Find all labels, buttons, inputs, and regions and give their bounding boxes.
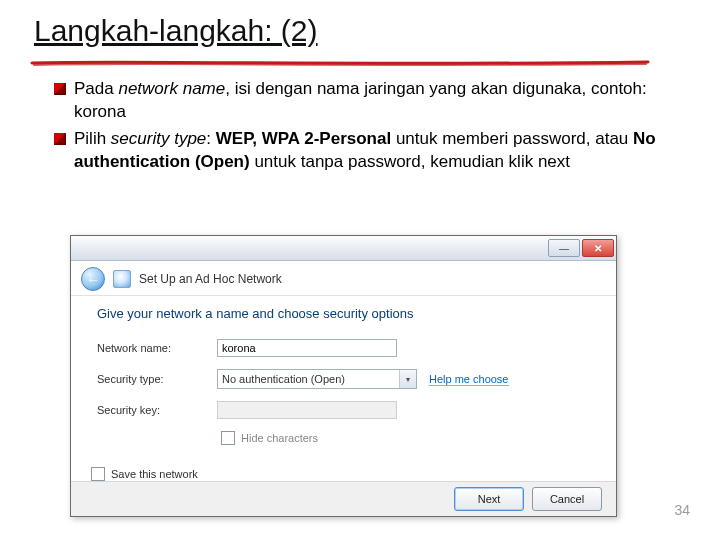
row-network-name: Network name:: [97, 339, 590, 357]
title-underline-decoration: [30, 58, 650, 68]
back-arrow-icon: ←: [87, 272, 100, 287]
hide-characters-checkbox: [221, 431, 235, 445]
label-network-name: Network name:: [97, 342, 217, 354]
dialog-heading: Give your network a name and choose secu…: [97, 306, 590, 321]
security-key-input: [217, 401, 397, 419]
page-number: 34: [674, 502, 690, 518]
chevron-down-icon: ▾: [399, 370, 416, 388]
dialog-body: Give your network a name and choose secu…: [71, 296, 616, 481]
security-type-value: No authentication (Open): [222, 373, 345, 385]
wizard-name: Set Up an Ad Hoc Network: [139, 272, 282, 286]
bullet-text: Pada network name, isi dengan nama jarin…: [74, 78, 684, 124]
save-network-label: Save this network: [111, 468, 198, 480]
next-button[interactable]: Next: [454, 487, 524, 511]
help-me-choose-link[interactable]: Help me choose: [429, 373, 509, 386]
dialog-header: ← Set Up an Ad Hoc Network: [71, 261, 616, 296]
row-security-type: Security type: No authentication (Open) …: [97, 369, 590, 389]
dialog-footer: Next Cancel: [71, 481, 616, 516]
label-security-type: Security type:: [97, 373, 217, 385]
slide-title: Langkah-langkah: (2): [34, 14, 720, 48]
label-security-key: Security key:: [97, 404, 217, 416]
minimize-icon: —: [559, 243, 569, 254]
close-button[interactable]: ✕: [582, 239, 614, 257]
network-name-input[interactable]: [217, 339, 397, 357]
wizard-dialog: — ✕ ← Set Up an Ad Hoc Network Give your…: [70, 235, 617, 517]
save-network-checkbox[interactable]: [91, 467, 105, 481]
dialog-titlebar[interactable]: — ✕: [71, 236, 616, 261]
bullet-icon: [54, 133, 66, 145]
bullet-icon: [54, 83, 66, 95]
save-network-option[interactable]: Save this network: [91, 467, 590, 481]
list-item: Pilih security type: WEP, WPA 2-Personal…: [54, 128, 684, 174]
security-type-select[interactable]: No authentication (Open) ▾: [217, 369, 417, 389]
back-button[interactable]: ←: [81, 267, 105, 291]
hide-characters-label: Hide characters: [241, 432, 318, 444]
close-icon: ✕: [594, 243, 602, 254]
row-security-key: Security key:: [97, 401, 590, 419]
bullet-list: Pada network name, isi dengan nama jarin…: [54, 78, 684, 174]
hide-characters-option: Hide characters: [221, 431, 590, 445]
cancel-button[interactable]: Cancel: [532, 487, 602, 511]
bullet-text: Pilih security type: WEP, WPA 2-Personal…: [74, 128, 684, 174]
wizard-icon: [113, 270, 131, 288]
list-item: Pada network name, isi dengan nama jarin…: [54, 78, 684, 124]
minimize-button[interactable]: —: [548, 239, 580, 257]
